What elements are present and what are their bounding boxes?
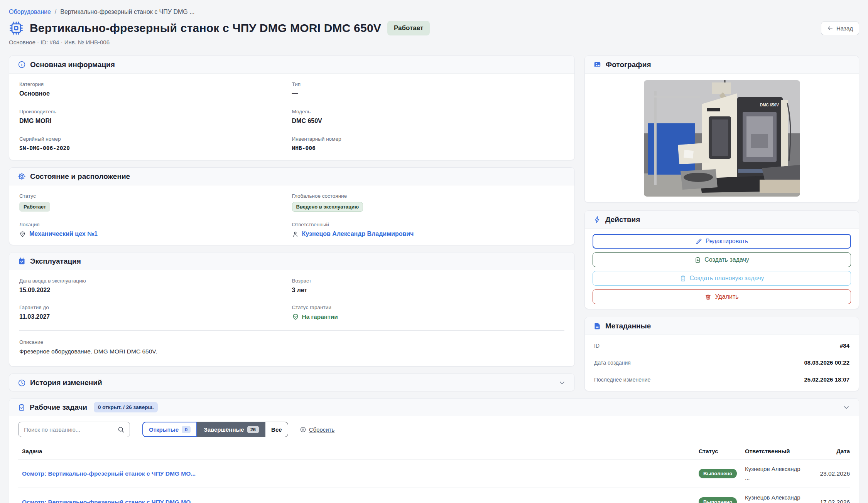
task-link[interactable]: Осмотр: Вертикально-фрезерный станок с Ч… [22, 470, 196, 477]
chip-icon [9, 21, 24, 35]
task-link[interactable]: Осмотр: Вертикально-фрезерный станок с Ч… [22, 499, 196, 503]
reset-filters-link[interactable]: Сбросить [300, 426, 335, 433]
back-button[interactable]: Назад [821, 22, 859, 35]
field-inventory-number: Инвентарный номер ИНВ-006 [292, 136, 565, 151]
global-state-pill: Введено в эксплуатацию [292, 202, 363, 212]
field-manufacturer: Производитель DMG MORI [19, 109, 292, 124]
filter-done-count: 26 [247, 426, 259, 433]
responsible-link-label: Кузнецов Александр Владимирович [302, 230, 414, 237]
task-responsible: Кузнецов Александр ... [745, 493, 807, 503]
field-responsible: Ответственный Кузнецов Александр Владими… [292, 222, 565, 239]
warranty-status-value: На гарантии [292, 313, 338, 320]
tasks-chevron-down-icon[interactable] [843, 404, 850, 411]
history-chevron-down-icon[interactable] [558, 379, 566, 387]
filter-all-tab[interactable]: Все [265, 422, 288, 437]
lightning-icon [593, 216, 601, 224]
actions-title: Действия [605, 215, 640, 224]
field-status: Статус Работает [19, 193, 292, 212]
filter-all-label: Все [271, 426, 282, 433]
clipboard-schedule-icon [680, 275, 686, 282]
breadcrumb-equipment-link[interactable]: Оборудование [9, 8, 51, 15]
task-search-group [18, 422, 130, 437]
operation-divider [19, 330, 564, 331]
history-title: История изменений [30, 379, 102, 387]
metadata-card: Метаданные ID #84 Дата создания 08.03.20… [584, 317, 859, 391]
field-warranty-status: Статус гарантии На гарантии [292, 304, 565, 322]
edit-button[interactable]: Редактировать [593, 234, 851, 249]
filter-done-tab[interactable]: Завершённые 26 [197, 422, 265, 437]
pencil-icon [696, 238, 702, 245]
create-planned-task-button-label: Создать плановую задачу [690, 275, 764, 282]
field-warranty-until: Гарантия до 11.03.2027 [19, 304, 292, 322]
equipment-photo: DMC 650V [644, 80, 800, 197]
create-planned-task-button[interactable]: Создать плановую задачу [593, 271, 851, 286]
task-status-badge: Выполнено [699, 469, 737, 478]
actions-card: Действия Редактировать [584, 210, 859, 309]
metadata-row-created: Дата создания 08.03.2026 00:22 [594, 354, 849, 371]
status-badge: Работает [387, 21, 430, 35]
column-header-status: Статус [699, 448, 745, 454]
calendar-icon [18, 257, 26, 265]
edit-button-label: Редактировать [706, 238, 748, 245]
filter-open-tab[interactable]: Открытые 0 [142, 422, 197, 437]
field-location: Локация Механический цех №1 [19, 222, 292, 239]
reset-filters-label: Сбросить [309, 426, 335, 433]
operation-card: Эксплуатация Дата ввода в эксплуатацию 1… [9, 252, 575, 367]
field-age: Возраст 3 лет [292, 278, 565, 294]
state-location-header: Состояние и расположение [9, 168, 574, 185]
gear-icon [18, 172, 26, 180]
field-model: Модель DMC 650V [292, 109, 565, 124]
task-date: 17.02.2026 [807, 499, 850, 503]
arrow-left-icon [827, 25, 833, 31]
operation-header: Эксплуатация [9, 252, 574, 270]
shield-icon [292, 313, 299, 320]
task-responsible: Кузнецов Александр ... [745, 465, 807, 482]
main-info-header: Основная информация [9, 56, 574, 74]
metadata-row-id: ID #84 [594, 337, 849, 354]
column-header-task: Задача [22, 448, 699, 454]
clipboard-check-icon [18, 404, 25, 411]
task-filter-segments: Открытые 0 Завершённые 26 Все [142, 422, 288, 437]
trash-icon [705, 294, 711, 300]
create-task-button-label: Создать задачу [704, 256, 749, 263]
tasks-title: Рабочие задачи [30, 403, 87, 412]
page-subtitle: Основное · ID: #84 · Инв. № ИНВ-006 [9, 39, 859, 45]
breadcrumb-separator: / [55, 8, 56, 15]
search-button[interactable] [112, 422, 130, 437]
clipboard-plus-icon [694, 257, 701, 263]
field-global-state: Глобальное состояние Введено в эксплуата… [292, 193, 565, 212]
clock-icon [18, 379, 26, 387]
main-info-title: Основная информация [30, 61, 115, 69]
field-description: Описание Фрезерное оборудование. DMG MOR… [19, 339, 564, 355]
field-commission-date: Дата ввода в эксплуатацию 15.09.2022 [19, 278, 292, 294]
responsible-link[interactable]: Кузнецов Александр Владимирович [292, 230, 414, 237]
tasks-header: Рабочие задачи 0 открыт. / 26 заверш. [9, 399, 859, 416]
tasks-card: Рабочие задачи 0 открыт. / 26 заверш. От… [9, 398, 859, 503]
photo-header: Фотография [585, 56, 859, 74]
info-icon [18, 61, 26, 69]
history-header[interactable]: История изменений [9, 374, 574, 391]
document-icon [593, 322, 601, 330]
table-row: Осмотр: Вертикально-фрезерный станок с Ч… [18, 488, 850, 503]
breadcrumb: Оборудование / Вертикально-фрезерный ста… [9, 8, 859, 15]
page-title: Вертикально-фрезерный станок с ЧПУ DMG M… [30, 22, 381, 35]
location-link[interactable]: Механический цех №1 [19, 230, 98, 237]
location-link-label: Механический цех №1 [29, 230, 98, 237]
field-type: Тип — [292, 81, 565, 97]
actions-header: Действия [585, 211, 859, 229]
person-icon [292, 231, 299, 237]
filter-open-label: Открытые [149, 426, 179, 433]
tasks-filter-bar: Открытые 0 Завершённые 26 Все Сбросить [9, 416, 859, 440]
circle-x-icon [300, 426, 306, 433]
task-search-input[interactable] [19, 422, 112, 437]
create-task-button[interactable]: Создать задачу [593, 252, 851, 267]
pin-icon [19, 231, 26, 237]
delete-button[interactable]: Удалить [593, 289, 851, 304]
metadata-title: Метаданные [605, 322, 651, 330]
metadata-header: Метаданные [585, 317, 859, 335]
tasks-table: Задача Статус Ответственный Дата Осмотр:… [9, 440, 859, 503]
task-date: 23.02.2026 [807, 470, 850, 477]
state-location-title: Состояние и расположение [30, 172, 130, 181]
breadcrumb-current: Вертикально-фрезерный станок с ЧПУ DMG .… [60, 8, 194, 15]
image-icon [593, 61, 601, 69]
